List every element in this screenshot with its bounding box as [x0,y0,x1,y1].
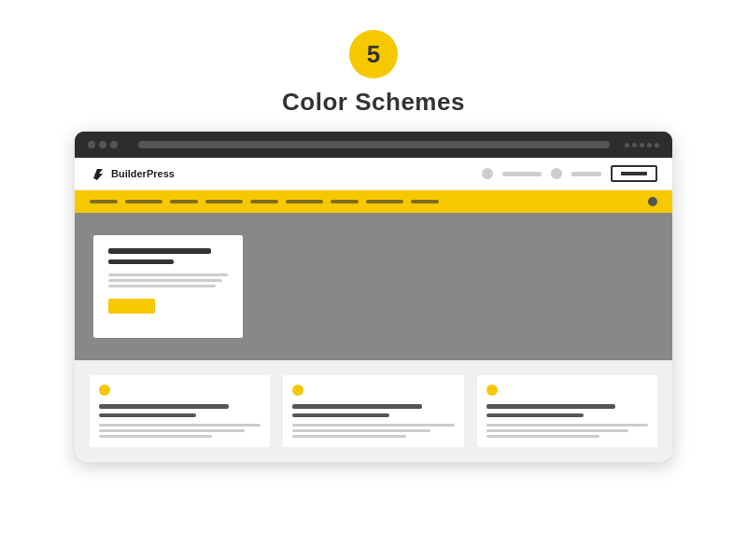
navbar-link-3 [170,200,198,203]
card-line-2-3 [292,435,405,438]
top-section: 5 Color Schemes [282,30,465,117]
site-navbar [75,190,672,213]
browser-dots [625,143,659,147]
site-card-3 [477,375,657,447]
chrome-dot-3 [110,141,118,148]
nav-cta-button[interactable] [611,165,657,182]
card-line-2-1 [292,424,454,427]
browser-dot-3 [640,143,644,147]
card-line-3-3 [486,435,599,438]
card-dot-3 [486,385,498,396]
card-line-3-1 [486,424,648,427]
card-text-2 [292,424,454,438]
section-title: Color Schemes [282,88,465,117]
card-line-2-2 [292,429,430,432]
hero-card-subtitle-line [108,259,174,264]
card-text-1 [99,424,261,438]
hero-card-text [108,273,228,287]
card-title-1 [99,404,229,409]
card-line-3-2 [486,429,629,432]
navbar-link-6 [286,200,323,203]
browser-chrome [75,132,672,158]
card-subtitle-1 [99,413,196,417]
navbar-link-5 [250,200,278,203]
browser-dot-5 [655,143,659,147]
hero-card-cta[interactable] [108,299,155,314]
navbar-link-2 [125,200,162,203]
site-nav [482,165,657,182]
navbar-link-8 [366,200,403,203]
badge-number: 5 [367,40,380,69]
chrome-dot-2 [99,141,106,148]
site-hero [75,213,672,360]
hero-text-line-1 [108,273,228,276]
hero-text-line-2 [108,279,222,282]
card-line-1-2 [99,429,245,432]
card-subtitle-3 [486,413,584,417]
card-text-3 [486,424,648,438]
card-dot-2 [292,385,303,396]
card-title-3 [486,404,616,409]
site-header: BuilderPress [75,158,672,190]
browser-dot-1 [625,143,629,147]
hero-text-line-3 [108,285,216,287]
card-line-1-3 [99,435,212,438]
website-content: BuilderPress [75,158,672,462]
browser-controls [88,141,118,148]
navbar-link-7 [331,200,359,203]
navbar-link-1 [90,200,118,203]
chrome-dot-1 [88,141,95,148]
nav-line-2 [571,172,601,176]
browser-address-bar [138,141,610,148]
nav-button-inner [621,172,647,175]
navbar-circle [648,197,657,206]
logo-text: BuilderPress [111,168,175,179]
card-title-2 [292,404,422,409]
card-subtitle-2 [292,413,389,417]
card-line-1-1 [99,424,261,427]
nav-line-1 [502,172,542,176]
navbar-links [90,200,439,203]
hero-card [93,235,243,338]
browser-dot-4 [647,143,652,147]
navbar-link-9 [411,200,439,203]
navbar-link-4 [205,200,243,203]
card-dot-1 [99,385,110,396]
number-badge: 5 [349,30,398,78]
site-card-1 [90,375,270,447]
nav-circle-1 [482,168,493,179]
browser-window: BuilderPress [75,132,672,462]
browser-dot-2 [632,143,637,147]
site-card-2 [283,375,463,447]
site-logo: BuilderPress [90,165,175,182]
nav-circle-2 [551,168,562,179]
logo-icon [90,165,106,182]
hero-card-title-line [108,248,211,254]
site-cards-section [75,360,672,462]
